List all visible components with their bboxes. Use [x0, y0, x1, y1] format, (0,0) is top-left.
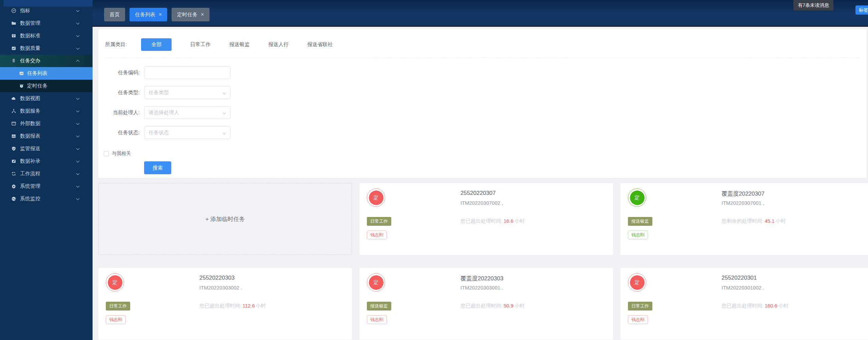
form-row: 任务编码: [98, 66, 867, 79]
task-card[interactable]: 定25520220301ITM20220301002 .日常工作钱志刚您已超出处… [620, 268, 868, 340]
tab[interactable]: 定时任务× [172, 8, 209, 21]
category-row: 所属类目: 全部日常工作报送银监报送人行报送省联社 [98, 29, 867, 51]
card-subtitle: ITM20220307001 , [722, 200, 764, 206]
assignee-tag[interactable]: 钱志刚 [367, 315, 387, 324]
chevron-down-icon [76, 34, 80, 37]
status-prefix: 您已超出处理时间: [460, 303, 502, 308]
status-unit: 小时 [775, 218, 786, 224]
task-card[interactable]: 定覆盖度20220307ITM20220307001 ,报送银监钱志刚您剩余的处… [620, 183, 868, 255]
tag-options-button[interactable]: 标签选项 [855, 5, 868, 15]
category-option[interactable]: 报送省联社 [307, 41, 333, 48]
divider [105, 58, 860, 58]
timed-task-badge-icon: 定 [628, 188, 646, 207]
field-label: 当前处理人: [98, 109, 140, 116]
sidebar-item[interactable]: 指标 [0, 4, 93, 17]
sidebar-subitem[interactable]: 定时任务 [0, 80, 93, 92]
filter-panel: 所属类目: 全部日常工作报送银监报送人行报送省联社 任务编码:任务类型:任务类型… [98, 29, 867, 178]
report-icon [11, 134, 16, 139]
card-title: 25520220307 [460, 190, 496, 197]
tab-label: 定时任务 [177, 12, 197, 18]
card-subtitle: ITM20220307002 , [460, 200, 503, 206]
checkbox-icon[interactable] [104, 151, 109, 156]
tab-label: 任务列表 [135, 12, 155, 18]
close-icon[interactable]: × [159, 12, 162, 18]
assignee-tag[interactable]: 钱志刚 [367, 231, 387, 239]
badge-text: 定 [108, 275, 122, 290]
add-temp-task-card[interactable]: + 添加临时任务 [98, 183, 352, 255]
folder-icon [11, 21, 16, 26]
sidebar-item[interactable]: 数据服务 [0, 105, 93, 117]
card-subtitle: ITM20220301002 . [722, 285, 764, 291]
sidebar-item-label: 数据服务 [20, 108, 40, 114]
gear-icon [11, 184, 16, 189]
timed-task-badge-icon: 定 [628, 273, 646, 292]
task-status-select[interactable]: 任务状态 [144, 126, 231, 139]
close-icon[interactable]: × [201, 12, 204, 18]
filter-form: 任务编码:任务类型:任务类型当前处理人:请选择处理人任务状态:任务状态 [98, 66, 867, 139]
category-options: 全部日常工作报送银监报送人行报送省联社 [141, 38, 333, 51]
card-status: 您剩余的处理时间:45.1小时 [722, 218, 786, 224]
branch-icon [11, 108, 16, 114]
sidebar-item[interactable]: 数据补录 [0, 155, 93, 167]
assignee-tag[interactable]: 钱志刚 [106, 315, 126, 324]
category-tag: 报送银监 [628, 217, 652, 226]
select-placeholder: 任务状态 [149, 129, 169, 136]
chevron-down-icon [76, 184, 80, 188]
sidebar-item-label: 数据视图 [20, 95, 40, 102]
sidebar-item[interactable]: 外部数据 [0, 117, 93, 130]
assignee-tag[interactable]: 钱志刚 [628, 231, 648, 239]
status-hours: 45.1 [765, 218, 774, 224]
form-row: 当前处理人:请选择处理人 [98, 106, 867, 119]
sidebar-item[interactable]: 系统监控 [0, 193, 93, 205]
related-to-me-checkbox-row[interactable]: 与我相关 [104, 151, 867, 157]
sidebar-item-label: 系统管理 [20, 183, 40, 189]
sidebar-item[interactable]: 工作流程 [0, 167, 93, 180]
handler-select[interactable]: 请选择处理人 [144, 106, 231, 119]
sidebar-item[interactable]: 任务交办 [0, 55, 93, 67]
sidebar-item[interactable]: 系统管理 [0, 180, 93, 193]
search-button[interactable]: 搜索 [144, 161, 171, 174]
category-tag: 日常工作 [106, 302, 130, 311]
assignee-tag[interactable]: 钱志刚 [628, 315, 648, 324]
timed-task-badge-icon: 定 [367, 188, 385, 207]
category-option[interactable]: 报送人行 [268, 41, 289, 48]
task-code-input[interactable] [144, 66, 231, 79]
sidebar: 指标数据管理数据标准数据质量任务交办任务列表定时任务数据视图数据服务外部数据数据… [0, 0, 93, 340]
card-status: 您已超出处理时间:112.6小时 [199, 303, 266, 309]
status-prefix: 您已超出处理时间: [460, 218, 502, 224]
window-icon [11, 121, 16, 126]
chevron-down-icon [76, 46, 80, 50]
sidebar-item[interactable]: 监管报送 [0, 142, 93, 155]
field-label: 任务编码: [98, 69, 140, 76]
paperclip-icon [11, 58, 16, 63]
sidebar-item[interactable]: 数据标准 [0, 29, 93, 42]
category-button-active[interactable]: 全部 [141, 38, 172, 51]
sidebar-item[interactable]: 数据管理 [0, 17, 93, 29]
category-option[interactable]: 报送银监 [229, 41, 250, 48]
chart-line-icon [11, 8, 16, 13]
status-prefix: 您剩余的处理时间: [722, 218, 764, 224]
add-temp-task-label: + 添加临时任务 [205, 215, 245, 223]
task-card[interactable]: 定25520220307ITM20220307002 ,日常工作钱志刚您已超出处… [359, 183, 613, 255]
workflow-icon [11, 171, 16, 176]
tab[interactable]: 首页 [104, 8, 125, 21]
chevron-up-icon [76, 60, 80, 63]
sidebar-item[interactable]: 数据视图 [0, 92, 93, 105]
task-card[interactable]: 定覆盖度20220303ITM20220303001 .报送银监钱志刚您已超出处… [359, 268, 613, 340]
status-hours: 50.9 [504, 303, 513, 308]
book-icon [11, 33, 16, 38]
card-status: 您已超出处理时间:50.9小时 [460, 303, 525, 309]
sidebar-item[interactable]: 数据报表 [0, 130, 93, 142]
cloud-icon [11, 96, 16, 101]
category-option[interactable]: 日常工作 [190, 41, 211, 48]
timed-task-badge-icon: 定 [106, 273, 124, 292]
chevron-down-icon [76, 122, 80, 125]
sidebar-item[interactable]: 数据质量 [0, 42, 93, 55]
tab-label: 首页 [110, 12, 120, 18]
sidebar-subitem[interactable]: 任务列表 [0, 67, 93, 80]
task-type-select[interactable]: 任务类型 [144, 86, 231, 99]
sidebar-item-label: 任务交办 [20, 58, 40, 64]
tab[interactable]: 任务列表× [130, 8, 167, 21]
image-icon [19, 71, 24, 76]
task-card[interactable]: 定25520220303ITM20220303002 .日常工作钱志刚您已超出处… [98, 268, 352, 340]
